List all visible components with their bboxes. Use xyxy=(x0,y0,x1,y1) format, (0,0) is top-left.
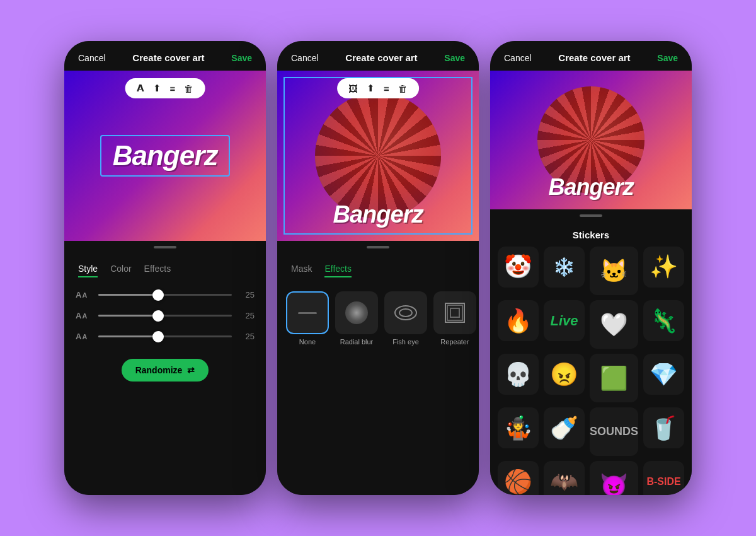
save-button-2[interactable]: Save xyxy=(444,53,465,63)
drag-handle-3[interactable] xyxy=(580,214,602,217)
sticker-15[interactable]: 🥤 xyxy=(643,407,684,448)
sticker-7[interactable]: 🦎 xyxy=(643,300,684,341)
circle-image xyxy=(315,93,441,219)
sticker-13[interactable]: 🍼 xyxy=(544,407,585,448)
effects-tab-row: Mask Effects xyxy=(277,259,479,285)
slider-track-1[interactable] xyxy=(98,294,232,296)
slider-label-1: AA xyxy=(76,290,92,300)
slider-label-3: AA xyxy=(76,332,92,341)
effect-fisheye-box[interactable] xyxy=(384,291,427,334)
sticker-0[interactable]: 🤡 xyxy=(498,247,539,288)
align-icon[interactable]: ⬆ xyxy=(153,83,161,94)
slider-track-3[interactable] xyxy=(98,335,232,337)
save-button[interactable]: Save xyxy=(231,53,252,63)
slider-label-2: AA xyxy=(76,311,92,320)
slider-value-1: 25 xyxy=(238,290,255,300)
slider-value-2: 25 xyxy=(238,311,255,320)
effect-radial-label: Radial blur xyxy=(340,338,374,346)
drag-handle-2[interactable] xyxy=(367,246,389,248)
effect-fisheye-icon xyxy=(394,305,417,320)
sticker-4[interactable]: 🔥 xyxy=(498,300,539,341)
effect-none-icon xyxy=(298,312,317,314)
slider-fill-2 xyxy=(98,315,158,317)
distribute-icon[interactable]: ≡ xyxy=(170,83,176,94)
slider-thumb-3[interactable] xyxy=(152,331,164,342)
shuffle-icon: ⇄ xyxy=(187,365,195,375)
sticker-3[interactable]: ✨ xyxy=(643,247,684,288)
effect-radial-box[interactable] xyxy=(335,291,378,334)
sticker-2[interactable]: 🐱 xyxy=(590,247,638,295)
cancel-button-3[interactable]: Cancel xyxy=(504,53,532,63)
image-tool-icon[interactable]: 🖼 xyxy=(348,83,358,94)
toolbar-pill-1[interactable]: 𝗔 ⬆ ≡ 🗑 xyxy=(125,78,205,98)
cancel-button-2[interactable]: Cancel xyxy=(291,53,319,63)
phone-1: Cancel Create cover art Save 𝗔 ⬆ ≡ 🗑 Ban… xyxy=(64,41,266,495)
distribute-icon-2[interactable]: ≡ xyxy=(384,83,389,94)
tab-effects-2[interactable]: Effects xyxy=(324,264,352,277)
sticker-8[interactable]: 💀 xyxy=(498,354,539,395)
randomize-button[interactable]: Randomize ⇄ xyxy=(122,359,209,382)
effect-repeater-box[interactable] xyxy=(433,291,476,334)
sticker-1[interactable]: ❄️ xyxy=(544,247,585,288)
slider-track-2[interactable] xyxy=(98,315,232,317)
save-button-3[interactable]: Save xyxy=(657,53,678,63)
phone-1-header: Cancel Create cover art Save xyxy=(64,41,266,71)
tab-effects-1[interactable]: Effects xyxy=(144,264,171,277)
tab-row-1: Style Color Effects xyxy=(64,259,266,285)
slider-section: AA 25 AA 25 AA xyxy=(64,285,266,495)
randomize-label: Randomize xyxy=(135,365,183,375)
phone-3-header: Cancel Create cover art Save xyxy=(490,41,692,71)
text-selection-box[interactable]: Bangerz xyxy=(100,135,231,177)
stickers-panel: Stickers 🤡 ❄️ 🐱 ✨ 🔥 Live 🤍 🦎 💀 😠 🟩 💎 🤹 🍼… xyxy=(490,222,692,495)
slider-thumb-1[interactable] xyxy=(152,289,164,301)
bottom-panel-1: Style Color Effects AA 25 AA 25 xyxy=(64,253,266,495)
page-title: Create cover art xyxy=(132,52,204,63)
slider-row-3: AA 25 xyxy=(76,332,255,341)
slider-thumb-2[interactable] xyxy=(152,310,164,322)
sticker-14[interactable]: SOUNDS xyxy=(590,407,638,456)
effect-none-box[interactable] xyxy=(286,291,329,334)
effect-repeater[interactable]: Repeater xyxy=(433,291,476,346)
sticker-12[interactable]: 🤹 xyxy=(498,407,539,448)
sticker-6[interactable]: 🤍 xyxy=(590,300,638,349)
bangerz-text-2: Bangerz xyxy=(333,201,423,228)
bangerz-text-1: Bangerz xyxy=(113,140,218,171)
delete-icon-2[interactable]: 🗑 xyxy=(398,83,408,94)
slider-row-1: AA 25 xyxy=(76,290,255,300)
bangerz-text-3: Bangerz xyxy=(548,174,633,201)
tab-color[interactable]: Color xyxy=(110,264,131,277)
align-icon-2[interactable]: ⬆ xyxy=(367,83,375,94)
sticker-19[interactable]: B-SIDE xyxy=(643,461,684,495)
effect-none[interactable]: None xyxy=(286,291,329,346)
text-tool-icon[interactable]: 𝗔 xyxy=(137,83,144,94)
effect-radial[interactable]: Radial blur xyxy=(335,291,378,346)
toolbar-pill-2[interactable]: 🖼 ⬆ ≡ 🗑 xyxy=(337,78,419,98)
sticker-5[interactable]: Live xyxy=(544,300,585,341)
bottom-panel-2: Mask Effects None Radial blur Fish eye xyxy=(277,253,479,495)
drag-handle-1[interactable] xyxy=(154,246,176,248)
canvas-area-1: 𝗔 ⬆ ≡ 🗑 Bangerz xyxy=(64,71,266,241)
page-title-2: Create cover art xyxy=(345,52,417,63)
sticker-10[interactable]: 🟩 xyxy=(590,354,638,402)
stickers-grid: 🤡 ❄️ 🐱 ✨ 🔥 Live 🤍 🦎 💀 😠 🟩 💎 🤹 🍼 SOUNDS 🥤… xyxy=(498,247,684,495)
effect-fisheye-label: Fish eye xyxy=(392,338,419,346)
canvas-gradient-1: 𝗔 ⬆ ≡ 🗑 Bangerz xyxy=(64,71,266,241)
stickers-title: Stickers xyxy=(498,222,684,247)
sticker-9[interactable]: 😠 xyxy=(544,354,585,395)
effect-fisheye[interactable]: Fish eye xyxy=(384,291,427,346)
tab-mask[interactable]: Mask xyxy=(291,264,312,277)
phone-2: Cancel Create cover art Save 🖼 ⬆ ≡ 🗑 Ban… xyxy=(277,41,479,495)
phone-2-header: Cancel Create cover art Save xyxy=(277,41,479,71)
page-title-3: Create cover art xyxy=(558,52,630,63)
tab-style[interactable]: Style xyxy=(78,264,98,277)
effect-repeater-label: Repeater xyxy=(440,338,469,346)
sticker-18[interactable]: 😈 xyxy=(590,461,638,495)
slider-fill-3 xyxy=(98,335,158,337)
sticker-11[interactable]: 💎 xyxy=(643,354,684,395)
sticker-16[interactable]: 🏀 xyxy=(498,461,539,495)
delete-icon[interactable]: 🗑 xyxy=(184,83,193,94)
sticker-17[interactable]: 🦇 xyxy=(544,461,585,495)
effect-repeater-icon xyxy=(445,303,465,323)
cancel-button[interactable]: Cancel xyxy=(78,53,106,63)
slider-row-2: AA 25 xyxy=(76,311,255,320)
